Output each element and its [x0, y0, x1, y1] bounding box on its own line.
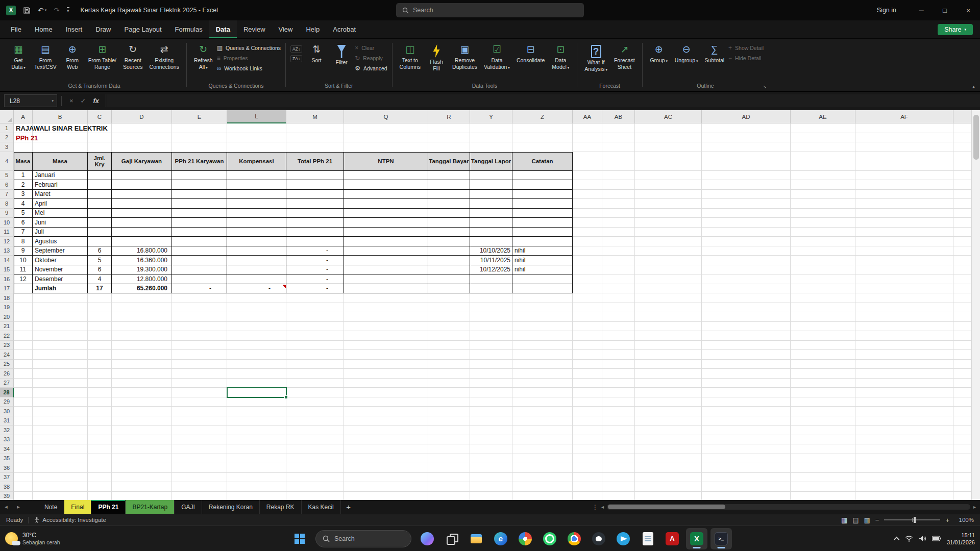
- cell-af36[interactable]: [855, 463, 953, 473]
- menu-tab-formulas[interactable]: Formulas: [168, 20, 209, 38]
- cell-y12[interactable]: [470, 237, 512, 246]
- zoom-slider-thumb[interactable]: [914, 517, 916, 523]
- cell-ad2[interactable]: [702, 133, 791, 143]
- cell-ac17[interactable]: [635, 284, 702, 294]
- cell-ae7[interactable]: [791, 190, 855, 199]
- cell-q7[interactable]: [344, 190, 428, 199]
- cell-z16[interactable]: [512, 274, 573, 284]
- cell-ab1[interactable]: [602, 123, 635, 133]
- cell-a10[interactable]: 6: [14, 218, 33, 228]
- cell-ae27[interactable]: [791, 379, 855, 388]
- cell-z5[interactable]: [512, 171, 573, 181]
- cell-a27[interactable]: [14, 379, 33, 388]
- row-header-15[interactable]: 15: [0, 265, 14, 275]
- cell-b35[interactable]: [33, 454, 88, 464]
- cell-af3[interactable]: [855, 142, 953, 152]
- row-header-37[interactable]: 37: [0, 473, 14, 483]
- cell-af16[interactable]: [855, 274, 953, 284]
- cell-a24[interactable]: [14, 350, 33, 360]
- flash-fill-button[interactable]: Flash Fill: [425, 41, 448, 71]
- cell-a25[interactable]: [14, 360, 33, 369]
- cell-ae32[interactable]: [791, 425, 855, 435]
- what-if-analysis-button[interactable]: ?What-If Analysis ▾: [582, 41, 610, 73]
- cell-aa31[interactable]: [573, 416, 602, 426]
- cell-ac5[interactable]: [635, 171, 702, 181]
- cell-m16[interactable]: -: [286, 274, 344, 284]
- share-button[interactable]: Share ▾: [938, 24, 973, 35]
- cell-aa15[interactable]: [573, 265, 602, 275]
- cell-c6[interactable]: [88, 180, 112, 190]
- cell-y22[interactable]: [470, 331, 512, 341]
- cell-m19[interactable]: [286, 303, 344, 313]
- cell-d38[interactable]: [112, 482, 172, 492]
- column-header-ac[interactable]: AC: [635, 110, 702, 123]
- cell-b39[interactable]: [33, 492, 88, 500]
- cell-r17[interactable]: [428, 284, 470, 294]
- cell-z39[interactable]: [512, 492, 573, 500]
- cell-ac21[interactable]: [635, 322, 702, 332]
- cell-ac27[interactable]: [635, 379, 702, 388]
- row-header-36[interactable]: 36: [0, 463, 14, 473]
- cell-y30[interactable]: [470, 407, 512, 416]
- cell-a31[interactable]: [14, 416, 33, 426]
- cell-ad35[interactable]: [702, 454, 791, 464]
- cell-l22[interactable]: [227, 331, 286, 341]
- remove-duplicates-button[interactable]: ▣Remove Duplicates: [450, 41, 480, 70]
- cell-ab23[interactable]: [602, 341, 635, 350]
- cell-ab21[interactable]: [602, 322, 635, 332]
- new-sheet-button[interactable]: +: [341, 503, 356, 511]
- cell-c12[interactable]: [88, 237, 112, 246]
- cell-ae28[interactable]: [791, 388, 855, 397]
- cell-l2[interactable]: [227, 133, 286, 143]
- cell-r28[interactable]: [428, 388, 470, 397]
- cell-r21[interactable]: [428, 322, 470, 332]
- acrobat-taskbar-button[interactable]: [662, 528, 683, 549]
- cell-aa34[interactable]: [573, 444, 602, 454]
- excel-taskbar-button[interactable]: [686, 528, 707, 549]
- cell-af12[interactable]: [855, 237, 953, 246]
- cell-l25[interactable]: [227, 360, 286, 369]
- cell-y5[interactable]: [470, 171, 512, 181]
- cell-a23[interactable]: [14, 341, 33, 350]
- cell-ae25[interactable]: [791, 360, 855, 369]
- cell-c20[interactable]: [88, 312, 112, 322]
- zoom-level[interactable]: 100%: [954, 517, 974, 523]
- cell-e17[interactable]: -: [172, 284, 227, 294]
- row-header-23[interactable]: 23: [0, 341, 14, 350]
- column-header-r[interactable]: R: [428, 110, 470, 123]
- cell-d15[interactable]: 19.300.000: [112, 265, 172, 275]
- cell-y38[interactable]: [470, 482, 512, 492]
- cell-l13[interactable]: [227, 246, 286, 256]
- cell-ae3[interactable]: [791, 142, 855, 152]
- cell-a4[interactable]: Masa: [14, 152, 33, 171]
- cell-a26[interactable]: [14, 369, 33, 379]
- cell-c11[interactable]: [88, 228, 112, 237]
- sheet-tab-final[interactable]: Final: [64, 500, 91, 514]
- cell-l10[interactable]: [227, 218, 286, 228]
- cell-ac37[interactable]: [635, 473, 702, 483]
- cell-ac19[interactable]: [635, 303, 702, 313]
- cell-ab9[interactable]: [602, 209, 635, 218]
- cell-ae26[interactable]: [791, 369, 855, 379]
- column-header-y[interactable]: Y: [470, 110, 512, 123]
- cell-r13[interactable]: [428, 246, 470, 256]
- cell-e11[interactable]: [172, 228, 227, 237]
- existing-connections-button[interactable]: ⇄Existing Connections: [147, 41, 182, 70]
- cell-q33[interactable]: [344, 435, 428, 445]
- cell-a37[interactable]: [14, 473, 33, 483]
- cell-r32[interactable]: [428, 425, 470, 435]
- cell-a6[interactable]: 2: [14, 180, 33, 190]
- cell-d30[interactable]: [112, 407, 172, 416]
- cell-ad1[interactable]: [702, 123, 791, 133]
- row-header-4[interactable]: 4: [0, 152, 14, 171]
- sheet-tab-gaji[interactable]: GAJI: [175, 500, 202, 514]
- cell-aa8[interactable]: [573, 199, 602, 209]
- cell-r19[interactable]: [428, 303, 470, 313]
- cell-e14[interactable]: [172, 256, 227, 265]
- cell-aa21[interactable]: [573, 322, 602, 332]
- cell-b11[interactable]: Juli: [33, 228, 88, 237]
- cell-ac7[interactable]: [635, 190, 702, 199]
- cell-ab34[interactable]: [602, 444, 635, 454]
- cell-af14[interactable]: [855, 256, 953, 265]
- cell-af32[interactable]: [855, 425, 953, 435]
